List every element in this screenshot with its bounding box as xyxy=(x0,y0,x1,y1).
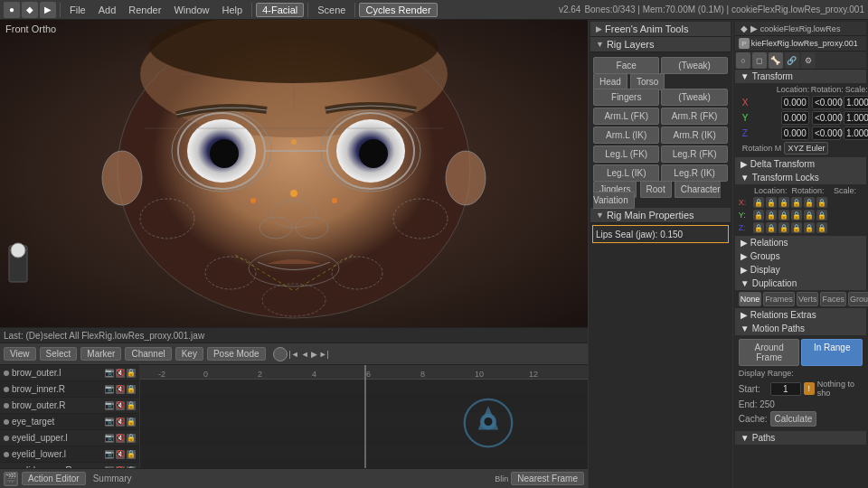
delta-section-title[interactable]: ▶ Delta Transform xyxy=(735,157,866,171)
relations-extras-title[interactable]: ▶ Relations Extras xyxy=(735,308,866,322)
motion-paths-title[interactable]: ▼ Motion Paths xyxy=(735,322,866,335)
lock-x-rot2[interactable]: 🔒 xyxy=(804,197,815,208)
menu-add[interactable]: Add xyxy=(93,3,122,17)
locks-section-title[interactable]: ▼ Transform Locks xyxy=(735,171,866,184)
lock-z-loc2[interactable]: 🔒 xyxy=(791,222,802,233)
playback-icon[interactable] xyxy=(273,347,288,361)
3d-viewport[interactable]: Front Ortho xyxy=(0,20,588,327)
lock-y-loc[interactable]: 🔒 xyxy=(753,210,764,221)
ci3[interactable]: 🔒 xyxy=(127,418,136,427)
arm-l-ik-btn[interactable]: Arm.L (IK) xyxy=(593,127,659,144)
lock-y-rot[interactable]: 🔒 xyxy=(766,210,777,221)
tab-obj[interactable]: ○ xyxy=(736,52,750,69)
menu-help[interactable]: Help xyxy=(217,3,249,17)
dup-none-btn[interactable]: None xyxy=(739,292,762,306)
lock-z-rot[interactable]: 🔒 xyxy=(766,222,777,233)
rig-main-header[interactable]: ▼ Rig Main Properties xyxy=(590,208,731,223)
lock-z-rot2[interactable]: 🔒 xyxy=(804,222,815,233)
channel-menu[interactable]: Channel xyxy=(125,347,171,361)
tab-modifier[interactable]: ⚙ xyxy=(801,52,816,69)
lock-z-scale2[interactable]: 🔒 xyxy=(816,222,827,233)
around-frame-btn[interactable]: Around Frame xyxy=(739,339,800,366)
summary-btn[interactable]: Summary xyxy=(93,474,132,483)
lock-x-loc[interactable]: 🔒 xyxy=(753,197,764,208)
render-engine[interactable]: Cycles Render xyxy=(359,3,437,17)
lock-x-scale2[interactable]: 🔒 xyxy=(816,197,827,208)
loc-y[interactable]: 0.000 xyxy=(781,111,809,125)
groups-section-title[interactable]: ▶ Groups xyxy=(735,249,866,263)
ci[interactable]: 📷 xyxy=(105,418,114,427)
scale-z[interactable]: 1.000 xyxy=(844,127,868,140)
anim-tools-header[interactable]: ▶ Freen's Anim Tools xyxy=(590,22,731,37)
face-btn[interactable]: Face xyxy=(593,57,659,74)
ci3[interactable]: 🔒 xyxy=(127,434,136,443)
arm-l-fk-btn[interactable]: Arm.L (FK) xyxy=(593,108,659,125)
select-menu[interactable]: Select xyxy=(40,347,78,361)
start-val[interactable]: 1 xyxy=(770,382,801,396)
loc-z[interactable]: 0.000 xyxy=(781,127,809,140)
arm-r-fk-btn[interactable]: Arm.R (FK) xyxy=(661,108,727,125)
layout-icon[interactable]: ▶ xyxy=(40,2,56,18)
calculate-btn[interactable]: Calculate xyxy=(770,411,817,427)
ci3[interactable]: 🔒 xyxy=(127,401,136,410)
leg-l-fk-btn[interactable]: Leg.L (FK) xyxy=(593,145,659,163)
duplication-section-title[interactable]: ▼ Duplication xyxy=(735,277,866,290)
menu-render[interactable]: Render xyxy=(123,3,166,17)
ci2[interactable]: 🔇 xyxy=(116,401,125,410)
leg-r-ik-btn[interactable]: Leg.R (IK) xyxy=(661,164,727,182)
transform-section-title[interactable]: ▼ Transform xyxy=(735,70,866,83)
rot-y[interactable]: <0.000 xyxy=(812,111,841,125)
nearest-frame-btn[interactable]: Nearest Frame xyxy=(511,472,584,485)
menu-file[interactable]: File xyxy=(64,3,91,17)
display-section-title[interactable]: ▶ Display xyxy=(735,263,866,277)
lock-y-loc2[interactable]: 🔒 xyxy=(791,210,802,221)
tweak2-btn[interactable]: (Tweak) xyxy=(661,89,727,106)
scale-y[interactable]: 1.000 xyxy=(844,111,868,125)
loc-x[interactable]: 0.000 xyxy=(781,96,809,109)
ci2[interactable]: 🔇 xyxy=(116,418,125,427)
leg-r-fk-btn[interactable]: Leg.R (FK) xyxy=(661,145,727,163)
dup-group-btn[interactable]: Group xyxy=(848,292,868,306)
dup-faces-btn[interactable]: Faces xyxy=(820,292,846,306)
ci3[interactable]: 🔒 xyxy=(127,450,136,459)
pose-mode-btn[interactable]: Pose Mode xyxy=(207,347,266,361)
lock-y-scale2[interactable]: 🔒 xyxy=(816,210,827,221)
mute-icon[interactable]: 🔇 xyxy=(116,369,125,378)
ci2[interactable]: 🔇 xyxy=(116,450,125,459)
lock-y-scale[interactable]: 🔒 xyxy=(778,210,789,221)
rot-mode-dropdown[interactable]: XYZ Euler xyxy=(784,142,828,155)
keyframe-area[interactable]: -2 0 2 4 6 8 10 12 xyxy=(140,365,588,468)
dup-frames-btn[interactable]: Frames xyxy=(763,292,795,306)
dup-verts-btn[interactable]: Verts xyxy=(797,292,819,306)
tab-bone[interactable]: 🦴 xyxy=(769,52,783,69)
lock-z-loc[interactable]: 🔒 xyxy=(753,222,764,233)
in-range-btn[interactable]: In Range xyxy=(801,339,863,366)
window-icon[interactable]: ◆ xyxy=(22,2,38,18)
ci2[interactable]: 🔇 xyxy=(116,385,125,394)
layout-button[interactable]: 4-Facial xyxy=(256,3,304,17)
camera-icon[interactable]: 📷 xyxy=(105,369,114,378)
ci3[interactable]: 🔒 xyxy=(127,385,136,394)
lock-x-rot[interactable]: 🔒 xyxy=(766,197,777,208)
rot-z[interactable]: <0.000 xyxy=(812,127,841,140)
menu-window[interactable]: Window xyxy=(168,3,214,17)
action-editor-btn[interactable]: Action Editor xyxy=(22,472,86,485)
root-btn[interactable]: Root xyxy=(640,181,672,198)
tab-mesh[interactable]: ◻ xyxy=(752,52,767,69)
tab-constraint[interactable]: 🔗 xyxy=(785,52,799,69)
arm-r-ik-btn[interactable]: Arm.R (IK) xyxy=(661,127,727,144)
lock-icon[interactable]: 🔒 xyxy=(127,369,136,378)
ci2[interactable]: 🔇 xyxy=(116,434,125,443)
scale-x[interactable]: 1.000 xyxy=(844,96,868,109)
lock-x-loc2[interactable]: 🔒 xyxy=(791,197,802,208)
relations-section-title[interactable]: ▶ Relations xyxy=(735,236,866,249)
rot-x[interactable]: <0.000 xyxy=(812,96,841,109)
lock-y-rot2[interactable]: 🔒 xyxy=(804,210,815,221)
ci[interactable]: 📷 xyxy=(105,450,114,459)
ci[interactable]: 📷 xyxy=(105,401,114,410)
key-menu[interactable]: Key xyxy=(175,347,203,361)
fingers-btn[interactable]: Fingers xyxy=(593,89,659,106)
lock-x-scale[interactable]: 🔒 xyxy=(778,197,789,208)
marker-menu[interactable]: Marker xyxy=(80,347,121,361)
rig-layers-header[interactable]: ▼ Rig Layers xyxy=(590,37,731,52)
